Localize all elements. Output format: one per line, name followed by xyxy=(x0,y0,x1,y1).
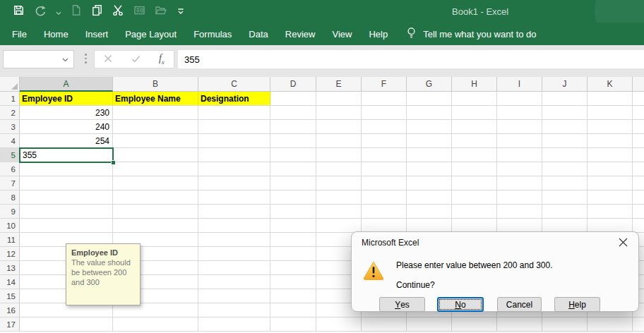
cell-G9[interactable] xyxy=(407,205,452,219)
cell-E17[interactable] xyxy=(316,317,362,332)
cell-J5[interactable] xyxy=(542,148,588,162)
cell-B9[interactable] xyxy=(113,205,198,219)
tell-me-box[interactable]: Tell me what you want to do xyxy=(406,27,536,41)
cell-I1[interactable] xyxy=(497,92,542,106)
cell-J7[interactable] xyxy=(542,176,588,190)
cell-F8[interactable] xyxy=(362,190,407,205)
cell-D5[interactable] xyxy=(270,148,316,162)
cell-G8[interactable] xyxy=(407,190,452,205)
cell-D9[interactable] xyxy=(270,205,316,219)
column-header-D[interactable]: D xyxy=(270,77,316,92)
cell-D12[interactable] xyxy=(270,247,316,261)
tab-home[interactable]: Home xyxy=(35,23,77,45)
cell-partial-1[interactable] xyxy=(633,92,644,106)
cell-H4[interactable] xyxy=(452,134,497,148)
cell-partial-7[interactable] xyxy=(633,176,644,190)
cell-K7[interactable] xyxy=(588,176,633,190)
cell-A6[interactable] xyxy=(20,162,113,176)
cancel-button[interactable]: Cancel xyxy=(497,297,542,312)
cell-A4[interactable]: 254 xyxy=(20,134,113,148)
cell-E5[interactable] xyxy=(316,148,362,162)
cell-K9[interactable] xyxy=(588,205,633,219)
cell-G7[interactable] xyxy=(407,176,452,190)
save-icon[interactable] xyxy=(13,4,25,19)
cell-I7[interactable] xyxy=(497,176,542,190)
cell-C15[interactable] xyxy=(198,289,270,303)
cell-H17[interactable] xyxy=(452,317,497,332)
cell-J10[interactable] xyxy=(542,219,588,233)
cell-I9[interactable] xyxy=(497,205,542,219)
cell-C7[interactable] xyxy=(198,176,270,190)
customize-toolbar-icon[interactable] xyxy=(177,6,185,18)
row-header-10[interactable]: 10 xyxy=(0,219,20,233)
cell-D8[interactable] xyxy=(270,190,316,205)
cell-G3[interactable] xyxy=(407,120,452,134)
row-header-12[interactable]: 12 xyxy=(0,247,20,261)
cell-J17[interactable] xyxy=(542,317,588,332)
column-header-F[interactable]: F xyxy=(362,77,407,92)
cancel-x-icon[interactable] xyxy=(104,53,112,66)
cell-F3[interactable] xyxy=(362,120,407,134)
cell-B16[interactable] xyxy=(113,303,198,317)
cell-F2[interactable] xyxy=(362,106,407,120)
cell-partial-8[interactable] xyxy=(633,190,644,205)
cell-D1[interactable] xyxy=(270,92,316,106)
cell-partial-2[interactable] xyxy=(633,106,644,120)
cell-J9[interactable] xyxy=(542,205,588,219)
cell-K6[interactable] xyxy=(588,162,633,176)
formula-input[interactable]: 355 xyxy=(178,50,644,68)
cell-A9[interactable] xyxy=(20,205,113,219)
column-header-C[interactable]: C xyxy=(198,77,270,92)
row-header-8[interactable]: 8 xyxy=(0,190,20,205)
tab-view[interactable]: View xyxy=(323,23,360,45)
redo-icon[interactable] xyxy=(34,4,47,19)
tab-insert[interactable]: Insert xyxy=(77,23,117,45)
cell-I5[interactable] xyxy=(497,148,542,162)
cell-D11[interactable] xyxy=(270,233,316,247)
cell-C8[interactable] xyxy=(198,190,270,205)
row-header-3[interactable]: 3 xyxy=(0,120,20,134)
cell-D7[interactable] xyxy=(270,176,316,190)
cell-F7[interactable] xyxy=(362,176,407,190)
tab-data[interactable]: Data xyxy=(240,23,276,45)
column-header-E[interactable]: E xyxy=(316,77,362,92)
cell-H9[interactable] xyxy=(452,205,497,219)
cell-partial-10[interactable] xyxy=(633,219,644,233)
cell-C9[interactable] xyxy=(198,205,270,219)
row-header-16[interactable]: 16 xyxy=(0,303,20,317)
cell-C5[interactable] xyxy=(198,148,270,162)
cell-G1[interactable] xyxy=(407,92,452,106)
cell-C10[interactable] xyxy=(198,219,270,233)
cell-K5[interactable] xyxy=(588,148,633,162)
cell-K2[interactable] xyxy=(588,106,633,120)
cell-J4[interactable] xyxy=(542,134,588,148)
cell-F9[interactable] xyxy=(362,205,407,219)
cell-F10[interactable] xyxy=(362,219,407,233)
row-header-5[interactable]: 5 xyxy=(0,148,20,162)
cell-I8[interactable] xyxy=(497,190,542,205)
row-header-15[interactable]: 15 xyxy=(0,289,20,303)
name-box[interactable] xyxy=(3,50,74,68)
cell-B3[interactable] xyxy=(113,120,198,134)
cut-icon[interactable] xyxy=(112,4,124,19)
cell-H5[interactable] xyxy=(452,148,497,162)
cell-E3[interactable] xyxy=(316,120,362,134)
cell-A8[interactable] xyxy=(20,190,113,205)
cell-E6[interactable] xyxy=(316,162,362,176)
column-header-partial[interactable] xyxy=(633,77,644,92)
cell-A2[interactable]: 230 xyxy=(20,106,113,120)
column-header-K[interactable]: K xyxy=(588,77,633,92)
select-all-corner[interactable] xyxy=(0,77,20,92)
cell-I10[interactable] xyxy=(497,219,542,233)
tab-formulas[interactable]: Formulas xyxy=(185,23,240,45)
cell-C14[interactable] xyxy=(198,275,270,289)
cell-A1[interactable]: Employee ID xyxy=(20,92,113,106)
dialog-close-button[interactable] xyxy=(616,236,630,250)
tab-review[interactable]: Review xyxy=(277,23,324,45)
column-header-B[interactable]: B xyxy=(113,77,198,92)
cell-C6[interactable] xyxy=(198,162,270,176)
cell-J8[interactable] xyxy=(542,190,588,205)
fill-handle[interactable] xyxy=(111,160,116,165)
cell-D16[interactable] xyxy=(270,303,316,317)
cell-D6[interactable] xyxy=(270,162,316,176)
